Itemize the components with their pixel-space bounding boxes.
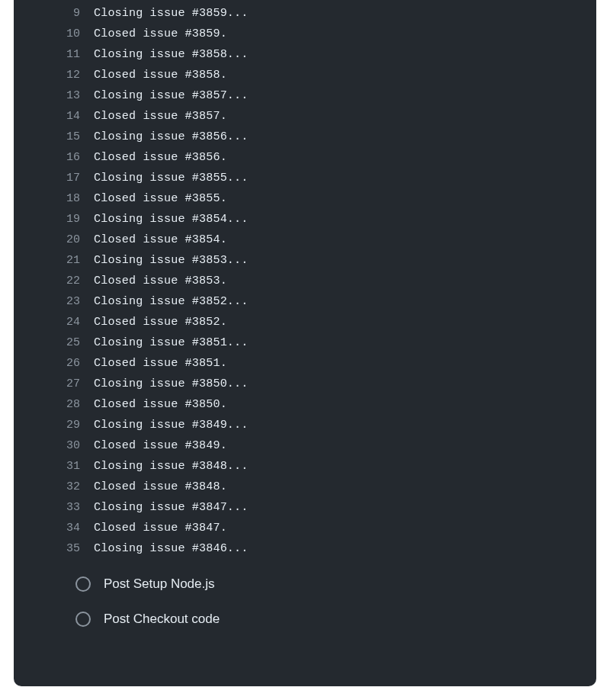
line-number: 27 [14, 374, 94, 394]
line-text: Closing issue #3859... [94, 3, 248, 24]
log-line[interactable]: 26Closed issue #3851. [14, 353, 596, 374]
circle-outline-icon [75, 611, 92, 628]
line-number: 16 [14, 147, 94, 168]
line-text: Closing issue #3853... [94, 250, 248, 271]
line-text: Closed issue #3857. [94, 106, 227, 127]
log-panel: 9Closing issue #3859...10Closed issue #3… [14, 0, 596, 686]
line-number: 11 [14, 44, 94, 65]
log-line[interactable]: 28Closed issue #3850. [14, 394, 596, 415]
circle-outline-icon [75, 576, 92, 592]
line-number: 9 [14, 3, 94, 24]
line-number: 26 [14, 353, 94, 374]
line-number: 13 [14, 85, 94, 106]
log-line[interactable]: 9Closing issue #3859... [14, 3, 596, 24]
log-line[interactable]: 17Closing issue #3855... [14, 168, 596, 188]
line-text: Closing issue #3856... [94, 127, 248, 147]
line-number: 32 [14, 477, 94, 497]
step-label: Post Checkout code [104, 612, 220, 627]
step-list: Post Setup Node.jsPost Checkout code [14, 559, 596, 628]
line-number: 14 [14, 106, 94, 127]
line-number: 34 [14, 518, 94, 538]
log-line[interactable]: 33Closing issue #3847... [14, 497, 596, 518]
line-number: 24 [14, 312, 94, 332]
log-line[interactable]: 22Closed issue #3853. [14, 271, 596, 291]
line-text: Closed issue #3850. [94, 394, 227, 415]
line-number: 17 [14, 168, 94, 188]
line-text: Closing issue #3850... [94, 374, 248, 394]
log-line[interactable]: 34Closed issue #3847. [14, 518, 596, 538]
line-number: 31 [14, 456, 94, 477]
log-line[interactable]: 31Closing issue #3848... [14, 456, 596, 477]
line-text: Closing issue #3857... [94, 85, 248, 106]
line-text: Closing issue #3855... [94, 168, 248, 188]
line-number: 10 [14, 24, 94, 44]
line-number: 15 [14, 127, 94, 147]
line-text: Closed issue #3853. [94, 271, 227, 291]
line-text: Closing issue #3852... [94, 291, 248, 312]
log-line[interactable]: 35Closing issue #3846... [14, 538, 596, 559]
log-line[interactable]: 24Closed issue #3852. [14, 312, 596, 332]
log-line[interactable]: 29Closing issue #3849... [14, 415, 596, 435]
line-number: 21 [14, 250, 94, 271]
log-line[interactable]: 15Closing issue #3856... [14, 127, 596, 147]
log-line[interactable]: 16Closed issue #3856. [14, 147, 596, 168]
line-number: 33 [14, 497, 94, 518]
workflow-step[interactable]: Post Setup Node.js [75, 576, 596, 592]
log-lines: 9Closing issue #3859...10Closed issue #3… [14, 0, 596, 559]
line-number: 30 [14, 435, 94, 456]
line-text: Closed issue #3854. [94, 230, 227, 250]
log-line[interactable]: 13Closing issue #3857... [14, 85, 596, 106]
svg-point-0 [76, 577, 90, 591]
line-number: 28 [14, 394, 94, 415]
line-text: Closed issue #3855. [94, 188, 227, 209]
workflow-step[interactable]: Post Checkout code [75, 611, 596, 628]
log-line[interactable]: 20Closed issue #3854. [14, 230, 596, 250]
line-number: 20 [14, 230, 94, 250]
log-line[interactable]: 27Closing issue #3850... [14, 374, 596, 394]
line-text: Closed issue #3851. [94, 353, 227, 374]
log-line[interactable]: 25Closing issue #3851... [14, 332, 596, 353]
line-text: Closing issue #3849... [94, 415, 248, 435]
line-text: Closed issue #3849. [94, 435, 227, 456]
line-number: 19 [14, 209, 94, 230]
log-line[interactable]: 32Closed issue #3848. [14, 477, 596, 497]
line-text: Closing issue #3854... [94, 209, 248, 230]
line-number: 29 [14, 415, 94, 435]
log-line[interactable]: 19Closing issue #3854... [14, 209, 596, 230]
log-line[interactable]: 18Closed issue #3855. [14, 188, 596, 209]
line-number: 25 [14, 332, 94, 353]
line-text: Closed issue #3859. [94, 24, 227, 44]
line-text: Closed issue #3848. [94, 477, 227, 497]
line-text: Closed issue #3852. [94, 312, 227, 332]
log-line[interactable]: 11Closing issue #3858... [14, 44, 596, 65]
line-text: Closed issue #3856. [94, 147, 227, 168]
line-number: 22 [14, 271, 94, 291]
line-text: Closing issue #3846... [94, 538, 248, 559]
line-text: Closing issue #3851... [94, 332, 248, 353]
step-label: Post Setup Node.js [104, 576, 215, 592]
line-number: 35 [14, 538, 94, 559]
line-text: Closed issue #3858. [94, 65, 227, 85]
line-text: Closing issue #3847... [94, 497, 248, 518]
svg-point-1 [76, 612, 90, 626]
log-line[interactable]: 14Closed issue #3857. [14, 106, 596, 127]
line-number: 23 [14, 291, 94, 312]
log-line[interactable]: 21Closing issue #3853... [14, 250, 596, 271]
log-line[interactable]: 12Closed issue #3858. [14, 65, 596, 85]
line-text: Closing issue #3848... [94, 456, 248, 477]
line-number: 18 [14, 188, 94, 209]
line-text: Closed issue #3847. [94, 518, 227, 538]
line-text: Closing issue #3858... [94, 44, 248, 65]
log-line[interactable]: 30Closed issue #3849. [14, 435, 596, 456]
log-line[interactable]: 10Closed issue #3859. [14, 24, 596, 44]
line-number: 12 [14, 65, 94, 85]
log-line[interactable]: 23Closing issue #3852... [14, 291, 596, 312]
page-container: 9Closing issue #3859...10Closed issue #3… [0, 0, 610, 700]
